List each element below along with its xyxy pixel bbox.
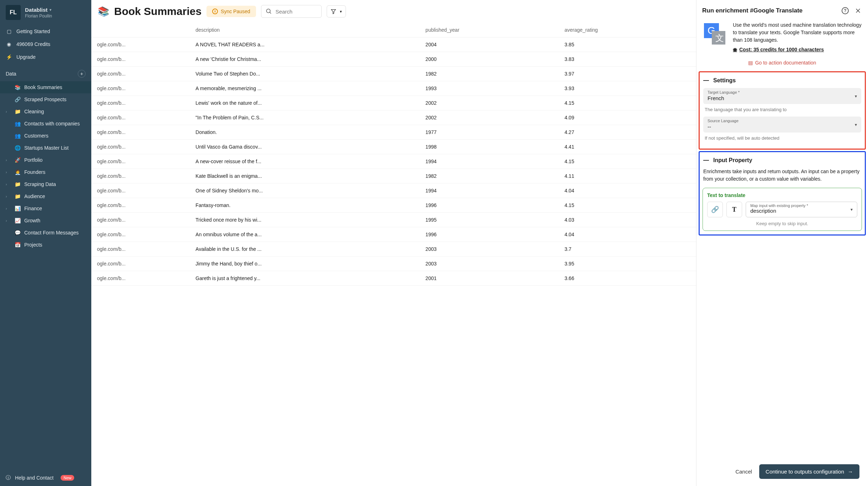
help-button[interactable]: ? [841,6,849,15]
nav-credits[interactable]: ◉ 496069 Credits [0,38,91,51]
cell-published-year[interactable]: 1977 [420,125,559,140]
sidebar-list-item[interactable]: ›📁Audience [0,190,91,202]
cell-average-rating[interactable]: 4.15 [559,198,696,213]
add-list-button[interactable]: + [78,70,86,78]
cell-description[interactable]: Available in the U.S. for the ... [190,242,420,257]
cell-published-year[interactable]: 2003 [420,257,559,271]
cell-average-rating[interactable]: 4.27 [559,125,696,140]
cell-url[interactable]: ogle.com/b... [91,67,190,81]
link-mode-button[interactable]: 🔗 [707,202,723,217]
cell-description[interactable]: Kate Blackwell is an enigma... [190,169,420,183]
cell-description[interactable]: A new-cover reissue of the f... [190,154,420,169]
table-row[interactable]: ogle.com/b...A memorable, mesmerizing ..… [91,81,696,96]
col-header-published-year[interactable]: published_year [420,23,559,37]
cell-published-year[interactable]: 2002 [420,110,559,125]
close-button[interactable] [854,6,862,15]
sidebar-list-item[interactable]: 💬Contact Form Messages [0,227,91,239]
cell-description[interactable]: Jimmy the Hand, boy thief o... [190,257,420,271]
table-row[interactable]: ogle.com/b...Volume Two of Stephen Do...… [91,67,696,81]
sidebar-list-item[interactable]: ›📁Cleaning [0,105,91,118]
col-header-average-rating[interactable]: average_rating [559,23,696,37]
cell-average-rating[interactable]: 4.04 [559,183,696,198]
search-box[interactable] [261,5,322,18]
cell-description[interactable]: A NOVEL THAT READERS a... [190,37,420,52]
table-row[interactable]: ogle.com/b...Gareth is just a frightened… [91,271,696,286]
cell-published-year[interactable]: 2003 [420,242,559,257]
cell-published-year[interactable]: 1996 [420,227,559,242]
table-row[interactable]: ogle.com/b...A new 'Christie for Christm… [91,52,696,67]
cell-url[interactable]: ogle.com/b... [91,81,190,96]
cell-description[interactable]: "In The Problem of Pain, C.S... [190,110,420,125]
cell-average-rating[interactable]: 3.66 [559,271,696,286]
continue-button[interactable]: Continue to outputs configuration → [759,464,859,479]
sidebar-list-item[interactable]: 🌐Startups Master List [0,142,91,154]
cell-published-year[interactable]: 1982 [420,169,559,183]
cell-average-rating[interactable]: 3.7 [559,242,696,257]
sidebar-list-item[interactable]: 👥Customers [0,130,91,142]
table-row[interactable]: ogle.com/b..."In The Problem of Pain, C.… [91,110,696,125]
sidebar-list-item[interactable]: 🔗Scraped Prospects [0,93,91,105]
source-language-select[interactable]: Source Language -- ▾ [703,117,861,133]
cell-description[interactable]: Fantasy-roman. [190,198,420,213]
sidebar-list-item[interactable]: ›📈Growth [0,214,91,227]
cell-average-rating[interactable]: 4.11 [559,169,696,183]
cell-published-year[interactable]: 2000 [420,52,559,67]
sidebar-list-item[interactable]: ›📁Scraping Data [0,178,91,190]
cell-published-year[interactable]: 1994 [420,183,559,198]
cell-published-year[interactable]: 2002 [420,96,559,110]
cell-url[interactable]: ogle.com/b... [91,125,190,140]
property-select[interactable]: Map input with existing property * descr… [746,202,857,217]
sidebar-list-item[interactable]: ›🚀Portfolio [0,154,91,166]
cell-average-rating[interactable]: 3.97 [559,67,696,81]
table-row[interactable]: ogle.com/b...A NOVEL THAT READERS a...20… [91,37,696,52]
cell-average-rating[interactable]: 4.15 [559,96,696,110]
cell-url[interactable]: ogle.com/b... [91,140,190,154]
table-row[interactable]: ogle.com/b...Kate Blackwell is an enigma… [91,169,696,183]
cell-average-rating[interactable]: 3.93 [559,81,696,96]
cell-average-rating[interactable]: 4.04 [559,227,696,242]
documentation-link[interactable]: ▤ Go to action documentation [696,58,868,71]
cell-url[interactable]: ogle.com/b... [91,110,190,125]
cell-url[interactable]: ogle.com/b... [91,37,190,52]
user-avatar[interactable]: FL [6,5,21,20]
cell-url[interactable]: ogle.com/b... [91,257,190,271]
table-row[interactable]: ogle.com/b...Donation.19774.27 [91,125,696,140]
filter-button[interactable]: ▾ [327,5,346,17]
table-row[interactable]: ogle.com/b...Until Vasco da Gama discov.… [91,140,696,154]
cell-average-rating[interactable]: 4.41 [559,140,696,154]
cell-description[interactable]: Gareth is just a frightened y... [190,271,420,286]
table-row[interactable]: ogle.com/b...An omnibus volume of the a.… [91,227,696,242]
col-header-description[interactable]: description [190,23,420,37]
cell-average-rating[interactable]: 3.83 [559,52,696,67]
cell-average-rating[interactable]: 4.09 [559,110,696,125]
sync-status[interactable]: Sync Paused [206,6,256,17]
cell-description[interactable]: Donation. [190,125,420,140]
cell-description[interactable]: An omnibus volume of the a... [190,227,420,242]
cell-url[interactable]: ogle.com/b... [91,271,190,286]
cost-link[interactable]: ◉ Cost: 35 credits for 1000 characters [733,46,862,53]
search-input[interactable] [276,9,317,15]
cell-published-year[interactable]: 1993 [420,81,559,96]
table-row[interactable]: ogle.com/b...Jimmy the Hand, boy thief o… [91,257,696,271]
cell-published-year[interactable]: 2001 [420,271,559,286]
table-row[interactable]: ogle.com/b...Lewis' work on the nature o… [91,96,696,110]
workspace-switcher[interactable]: Datablist ▾ [25,7,52,13]
nav-getting-started[interactable]: ▢ Getting Started [0,25,91,38]
table-row[interactable]: ogle.com/b...Available in the U.S. for t… [91,242,696,257]
cell-url[interactable]: ogle.com/b... [91,183,190,198]
cell-url[interactable]: ogle.com/b... [91,169,190,183]
nav-help[interactable]: ⓘ Help and Contact New [0,470,91,486]
cell-url[interactable]: ogle.com/b... [91,213,190,227]
text-mode-button[interactable]: T [726,202,742,217]
cell-description[interactable]: Volume Two of Stephen Do... [190,67,420,81]
cell-description[interactable]: Lewis' work on the nature of... [190,96,420,110]
collapse-icon[interactable] [703,160,709,161]
cell-average-rating[interactable]: 4.03 [559,213,696,227]
cell-description[interactable]: Until Vasco da Gama discov... [190,140,420,154]
cell-published-year[interactable]: 1995 [420,213,559,227]
cell-published-year[interactable]: 1982 [420,67,559,81]
col-header[interactable] [91,23,190,37]
cell-url[interactable]: ogle.com/b... [91,96,190,110]
cell-published-year[interactable]: 2004 [420,37,559,52]
cell-average-rating[interactable]: 4.15 [559,154,696,169]
